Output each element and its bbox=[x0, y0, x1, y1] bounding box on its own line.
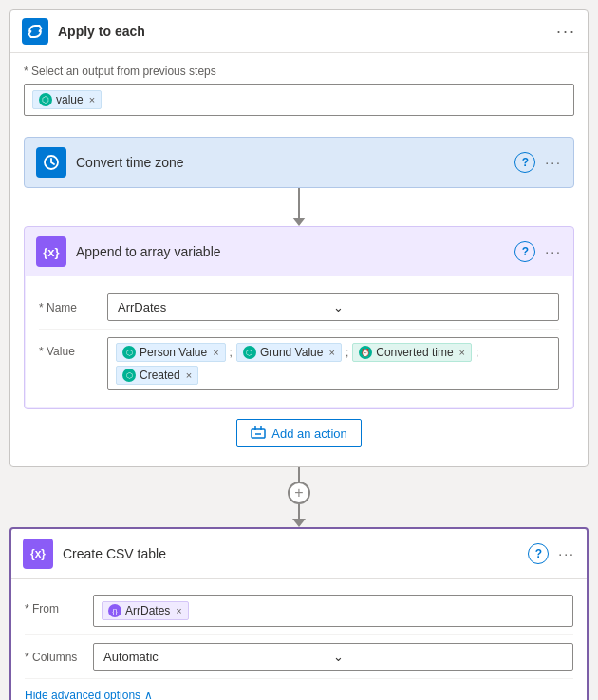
name-row: * Name ArrDates ⌄ bbox=[39, 286, 559, 330]
grund-value-token: ⬡ Grund Value × bbox=[236, 343, 342, 362]
add-action-button[interactable]: Add an action bbox=[236, 419, 362, 447]
csv-header: {x} Create CSV table ? ··· bbox=[11, 529, 587, 579]
clock-icon bbox=[36, 147, 66, 178]
inner-content: Convert time zone ? ··· {x} Append to ar… bbox=[10, 127, 588, 466]
convert-help-button[interactable]: ? bbox=[514, 152, 535, 173]
value-token-icon: ⬡ bbox=[39, 93, 52, 106]
name-control: ArrDates ⌄ bbox=[107, 293, 559, 321]
hide-advanced-button[interactable]: Hide advanced options ∧ bbox=[25, 689, 573, 700]
person-value-icon: ⬡ bbox=[122, 346, 136, 359]
append-to-array-block: {x} Append to array variable ? ··· * Nam… bbox=[24, 226, 574, 409]
converted-time-icon: ⏰ bbox=[359, 346, 372, 359]
value-row: * Value ⬡ Person Value × ; bbox=[39, 330, 559, 398]
append-body: * Name ArrDates ⌄ * Value bbox=[26, 276, 572, 407]
value-label: * Value bbox=[39, 337, 96, 358]
converted-time-close[interactable]: × bbox=[459, 347, 465, 358]
from-input[interactable]: {} ArrDates × bbox=[93, 595, 573, 627]
value-token-input[interactable]: ⬡ Person Value × ; ⬡ Grund Value × bbox=[107, 337, 559, 390]
from-row: * From {} ArrDates × bbox=[25, 587, 573, 635]
arrdates-close[interactable]: × bbox=[176, 605, 181, 616]
columns-control: Automatic ⌄ bbox=[93, 643, 573, 671]
arrdates-token: {} ArrDates × bbox=[102, 601, 189, 620]
arrdates-token-icon: {} bbox=[108, 604, 121, 617]
arrow-line bbox=[298, 188, 300, 218]
select-output-input[interactable]: ⬡ value × bbox=[24, 84, 574, 116]
create-csv-table-block: {x} Create CSV table ? ··· * From {} Arr… bbox=[9, 527, 589, 700]
arrow-head bbox=[292, 218, 306, 226]
plus-arrow-head bbox=[292, 519, 306, 527]
convert-title: Convert time zone bbox=[76, 155, 505, 170]
csv-help-button[interactable]: ? bbox=[528, 543, 549, 564]
convert-more-button[interactable]: ··· bbox=[545, 155, 562, 170]
grund-value-close[interactable]: × bbox=[328, 347, 334, 358]
csv-title: Create CSV table bbox=[63, 546, 518, 561]
columns-label: * Columns bbox=[25, 643, 82, 664]
add-action-area: Add an action bbox=[24, 409, 574, 457]
columns-chevron-icon: ⌄ bbox=[333, 650, 563, 664]
value-token: ⬡ value × bbox=[32, 90, 102, 109]
variable-icon: {x} bbox=[36, 236, 66, 267]
plus-line-bottom bbox=[298, 504, 300, 519]
columns-row: * Columns Automatic ⌄ bbox=[25, 635, 573, 679]
grund-value-icon: ⬡ bbox=[243, 346, 256, 359]
name-dropdown[interactable]: ArrDates ⌄ bbox=[107, 293, 559, 321]
apply-each-block: Apply to each ··· * Select an output fro… bbox=[9, 9, 589, 467]
columns-dropdown[interactable]: Automatic ⌄ bbox=[93, 643, 573, 671]
arrow-connector-1 bbox=[292, 188, 306, 226]
select-output-label: * Select an output from previous steps bbox=[24, 65, 574, 78]
value-token-close[interactable]: × bbox=[89, 94, 95, 105]
loop-icon bbox=[22, 18, 48, 45]
value-control: ⬡ Person Value × ; ⬡ Grund Value × bbox=[107, 337, 559, 390]
plus-circle-button[interactable]: + bbox=[288, 482, 310, 504]
plus-connector: + bbox=[288, 467, 310, 527]
append-help-button[interactable]: ? bbox=[514, 241, 535, 262]
created-close[interactable]: × bbox=[186, 369, 192, 381]
apply-each-header: Apply to each ··· bbox=[10, 10, 588, 53]
append-more-button[interactable]: ··· bbox=[545, 244, 562, 259]
csv-body: * From {} ArrDates × * Columns bbox=[11, 579, 587, 700]
name-chevron-icon: ⌄ bbox=[333, 300, 549, 314]
from-control: {} ArrDates × bbox=[93, 595, 573, 627]
csv-variable-icon: {x} bbox=[23, 539, 53, 569]
created-icon: ⬡ bbox=[122, 369, 136, 382]
person-value-token: ⬡ Person Value × bbox=[116, 343, 226, 362]
add-action-label: Add an action bbox=[271, 426, 347, 441]
csv-more-button[interactable]: ··· bbox=[558, 546, 575, 561]
convert-header: Convert time zone ? ··· bbox=[25, 138, 573, 187]
append-title: Append to array variable bbox=[76, 244, 505, 259]
apply-each-body: * Select an output from previous steps ⬡… bbox=[10, 53, 588, 127]
name-label: * Name bbox=[39, 293, 96, 314]
chevron-up-icon: ∧ bbox=[144, 689, 153, 700]
apply-each-title: Apply to each bbox=[58, 24, 547, 39]
append-header: {x} Append to array variable ? ··· bbox=[25, 227, 573, 276]
created-token: ⬡ Created × bbox=[116, 366, 198, 385]
plus-line-top bbox=[298, 467, 300, 482]
apply-each-more-button[interactable]: ··· bbox=[556, 22, 576, 42]
person-value-close[interactable]: × bbox=[213, 347, 218, 358]
convert-time-zone-block: Convert time zone ? ··· bbox=[24, 137, 574, 188]
converted-time-token: ⏰ Converted time × bbox=[352, 343, 472, 362]
from-label: * From bbox=[25, 595, 82, 615]
